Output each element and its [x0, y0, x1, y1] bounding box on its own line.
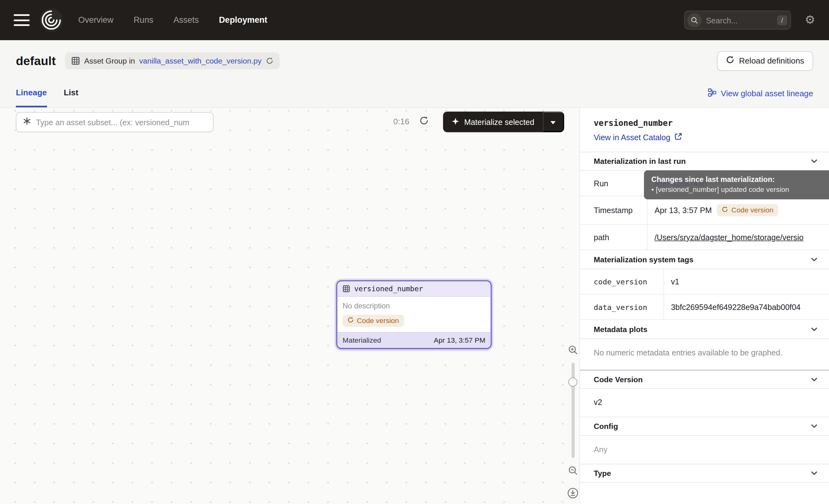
view-global-asset-lineage-link[interactable]: View global asset lineage [708, 79, 813, 107]
chevron-down-icon [811, 159, 817, 164]
settings-gear-icon[interactable]: ⚙ [805, 14, 815, 26]
zoom-in-icon[interactable] [568, 345, 578, 358]
asset-node-title: versioned_number [354, 284, 423, 293]
view-in-asset-catalog-link[interactable]: View in Asset Catalog [594, 133, 815, 142]
section-config[interactable]: Config [580, 417, 829, 436]
chevron-down-icon [811, 424, 817, 429]
tabs-row: Lineage List View global asset lineage [0, 79, 829, 108]
topbar: Overview Runs Assets Deployment / ⚙ [0, 0, 829, 40]
materialize-selected-button[interactable]: Materialize selected [443, 111, 543, 132]
path-link[interactable]: /Users/sryza/dagster_home/storage/versio [655, 233, 803, 242]
asset-group-file-link[interactable]: vanilla_asset_with_code_version.py [139, 57, 262, 65]
section-materialization-last-run[interactable]: Materialization in last run [580, 152, 829, 171]
nav-runs[interactable]: Runs [134, 15, 153, 25]
tab-lineage[interactable]: Lineage [16, 79, 47, 107]
lineage-graph-icon [708, 88, 717, 99]
data-version-value: 3bfc269594ef649228e9a74bab00f04 [671, 302, 800, 312]
section-label: Config [594, 422, 618, 431]
asset-graph-icon [23, 117, 31, 128]
asset-group-badge: Asset Group in vanilla_asset_with_code_v… [65, 52, 279, 69]
external-link-icon [675, 133, 682, 142]
app-screen: Overview Runs Assets Deployment / ⚙ defa… [0, 0, 829, 504]
refresh-timer: 0:16 [393, 117, 409, 127]
asset-group-prefix: Asset Group in [84, 57, 135, 65]
code-version-tag-label: Code version [357, 317, 399, 325]
caret-down-icon [550, 118, 555, 126]
materialized-time: Apr 13, 3:57 PM [434, 336, 485, 344]
reload-definitions-label: Reload definitions [739, 56, 804, 66]
view-global-asset-lineage-label: View global asset lineage [721, 88, 813, 98]
nav-overview[interactable]: Overview [78, 15, 113, 25]
search-input[interactable] [701, 15, 777, 25]
system-tags-table: code_version v1 data_version 3bfc269594e… [580, 269, 829, 320]
run-row-label: Run [580, 171, 647, 195]
section-label: Materialization in last run [594, 157, 686, 166]
section-metadata-plots[interactable]: Metadata plots [580, 320, 829, 339]
zoom-out-icon[interactable] [568, 465, 578, 478]
panel-asset-title: versioned_number [594, 118, 815, 128]
tooltip-title: Changes since last materialization: [651, 175, 822, 183]
asset-node-versioned-number[interactable]: versioned_number No description Code ver… [336, 280, 492, 349]
asset-node-description: No description [343, 301, 485, 310]
asset-node-body: No description Code version [337, 296, 491, 332]
view-in-asset-catalog-label: View in Asset Catalog [594, 133, 671, 142]
table-grid-icon [72, 57, 80, 65]
chevron-down-icon [811, 327, 817, 331]
timestamp-row-label: Timestamp [580, 196, 647, 224]
code-version-tag[interactable]: Code version [717, 204, 778, 216]
code-version-tag-label: Code version [731, 206, 773, 214]
section-materialization-system-tags[interactable]: Materialization system tags [580, 250, 829, 269]
reload-icon [726, 56, 734, 66]
lineage-canvas[interactable]: 0:16 Materialize selected [0, 108, 580, 504]
tooltip-body: • [versioned_number] updated code versio… [651, 186, 822, 193]
asset-details-panel: versioned_number View in Asset Catalog M… [580, 108, 829, 504]
main-nav: Overview Runs Assets Deployment [78, 15, 267, 25]
code-version-row-label: code_version [580, 269, 664, 294]
page-title: default [16, 53, 56, 68]
code-version-tag[interactable]: Code version [343, 315, 404, 327]
materialized-label: Materialized [343, 336, 381, 344]
changes-tooltip: Changes since last materialization: • [v… [644, 170, 829, 200]
chevron-down-icon [811, 377, 817, 382]
section-label: Materialization system tags [594, 255, 693, 263]
timer-refresh-icon[interactable] [419, 116, 429, 128]
sparkle-icon [452, 117, 459, 127]
main-area: 0:16 Materialize selected [0, 108, 829, 504]
zoom-slider-handle[interactable] [568, 377, 577, 387]
data-version-row-label: data_version [580, 295, 664, 320]
tab-list[interactable]: List [64, 79, 78, 107]
code-version-icon [722, 206, 728, 214]
code-version-icon [347, 317, 354, 325]
asset-subset-filter[interactable] [16, 112, 214, 132]
table-row: Timestamp Apr 13, 3:57 PM Code version [580, 196, 829, 225]
section-label: Metadata plots [594, 325, 647, 333]
materialize-button-group: Materialize selected [443, 111, 564, 132]
timestamp-value: Apr 13, 3:57 PM [655, 206, 712, 215]
page-header: default Asset Group in vanilla_asset_wit… [0, 40, 829, 71]
search-shortcut-badge: / [777, 15, 787, 25]
materialize-dropdown-button[interactable] [543, 111, 564, 132]
nav-assets[interactable]: Assets [174, 15, 199, 25]
nav-deployment[interactable]: Deployment [219, 15, 267, 25]
materialize-selected-label: Materialize selected [464, 117, 534, 127]
table-row: data_version 3bfc269594ef649228e9a74bab0… [580, 295, 829, 320]
metadata-empty-note: No numeric metadata entries available to… [580, 339, 829, 369]
section-label: Code Version [594, 375, 643, 384]
asset-subset-input[interactable] [36, 118, 208, 127]
chevron-down-icon [811, 471, 817, 476]
code-version-value: v1 [671, 277, 679, 286]
table-grid-icon [343, 285, 350, 292]
section-label: Type [594, 469, 611, 477]
search-box[interactable]: / [684, 10, 791, 30]
refresh-icon[interactable] [266, 57, 273, 65]
search-icon [687, 13, 701, 27]
reload-definitions-button[interactable]: Reload definitions [717, 51, 813, 71]
asset-node-footer: Materialized Apr 13, 3:57 PM [337, 332, 491, 348]
section-type[interactable]: Type [580, 464, 829, 483]
section-code-version[interactable]: Code Version [580, 370, 829, 389]
asset-node-header: versioned_number [337, 281, 491, 296]
dagster-logo[interactable] [39, 8, 64, 32]
zoom-slider[interactable] [572, 363, 575, 458]
menu-button[interactable] [14, 14, 30, 26]
download-graph-icon[interactable] [567, 488, 579, 501]
